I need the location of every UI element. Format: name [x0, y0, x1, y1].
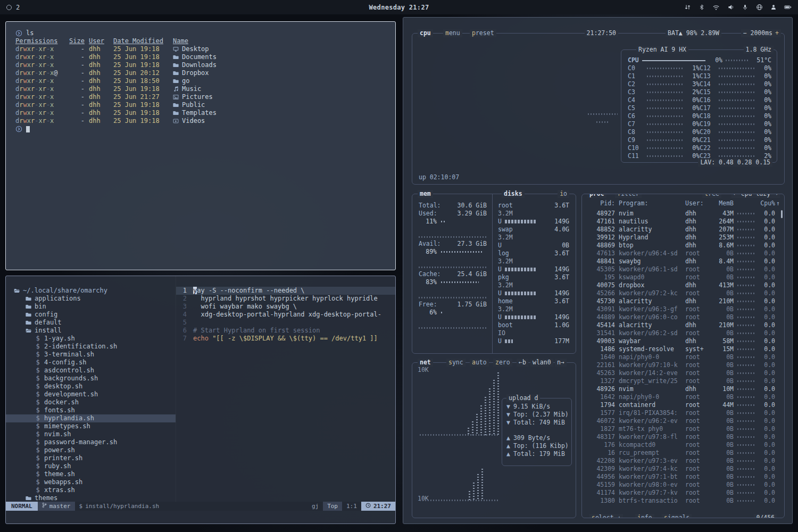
process-row[interactable]: 39912Hyprlanddhh253M0.0: [582, 234, 784, 242]
editor-buffer[interactable]: 1yay -S --noconfirm --needed \2 hyprland…: [176, 276, 395, 502]
process-row[interactable]: 42208kworker/u97:3-evroot0B0.0: [582, 457, 784, 465]
header-program[interactable]: Program:: [619, 200, 681, 207]
tree-dir-default[interactable]: default: [6, 319, 176, 327]
buffer-line[interactable]: 6# Start Hyprland on first session: [176, 327, 395, 335]
process-row[interactable]: 46072kworker/u96:2-evroot0B0.0: [582, 417, 784, 425]
process-row[interactable]: 47161nautilusdhh264M0.0: [582, 218, 784, 226]
header-memb[interactable]: MemB: [712, 200, 734, 207]
process-row[interactable]: 1640napi/phy0-0root0B0.0: [582, 353, 784, 361]
info-button[interactable]: info: [635, 514, 654, 518]
tree-file-mimetypes.sh[interactable]: $mimetypes.sh: [6, 422, 176, 430]
swap-arrows-icon[interactable]: [684, 4, 691, 11]
process-row[interactable]: 42309kworker/u97:4-kcroot0B0.0: [582, 465, 784, 473]
scrollbar-thumb[interactable]: [781, 210, 783, 218]
tree-dir-applications[interactable]: applications: [6, 295, 176, 303]
tree-file-ruby.sh[interactable]: $ruby.sh: [6, 462, 176, 470]
process-row[interactable]: 45730alacrittydhh210M0.0: [582, 297, 784, 305]
tree-dir-config[interactable]: config: [6, 311, 176, 319]
tree-dir-themes[interactable]: themes: [6, 494, 176, 502]
tree-file-2-identification.sh[interactable]: $2-identification.sh: [6, 343, 176, 351]
process-row[interactable]: 1486systemd-resolvesyst+15M0.0: [582, 345, 784, 353]
command-line-area[interactable]: [6, 511, 395, 523]
menu-button[interactable]: menu: [443, 29, 462, 37]
iface-next-button[interactable]: n→: [555, 359, 567, 367]
tree-file-hyprlandia.sh[interactable]: $hyprlandia.sh: [6, 414, 176, 422]
battery-icon[interactable]: [784, 4, 792, 11]
tree-file-xtras.sh[interactable]: $xtras.sh: [6, 486, 176, 494]
workspace-indicator[interactable]: 2: [16, 4, 20, 11]
process-row[interactable]: 22161kworker/u97:10-kroot0B0.0: [582, 361, 784, 369]
header-user[interactable]: User:: [685, 200, 709, 207]
sort-selector[interactable]: ← cpu lazy →: [732, 194, 780, 198]
process-row[interactable]: 48926nvimdhh10M0.0: [582, 385, 784, 393]
tree-file-power.sh[interactable]: $power.sh: [6, 446, 176, 454]
process-row[interactable]: 16rcu_preemptroot0B0.0: [582, 449, 784, 457]
buffer-line[interactable]: 2 hyprland hyprshot hyprpicker hyprlock …: [176, 295, 395, 303]
process-row[interactable]: 40075dropboxdhh413M0.0: [582, 281, 784, 289]
net-sync-button[interactable]: sync: [446, 359, 466, 367]
tree-file-printer.sh[interactable]: $printer.sh: [6, 454, 176, 462]
process-row[interactable]: 1577irq/81-PIXA3854:root0B0.0: [582, 409, 784, 417]
tree-file-desktop.sh[interactable]: $desktop.sh: [6, 383, 176, 390]
buffer-line[interactable]: 4 xdg-desktop-portal-hyprland xdg-deskto…: [176, 311, 395, 319]
tree-file-3-terminal.sh[interactable]: $3-terminal.sh: [6, 351, 176, 359]
tree-file-webapps.sh[interactable]: $webapps.sh: [6, 478, 176, 486]
tree-dir-install[interactable]: install: [6, 327, 176, 335]
process-row[interactable]: 43091kworker/u96:3-gfroot0B0.0: [582, 305, 784, 313]
tree-file-docker.sh[interactable]: $docker.sh: [6, 398, 176, 406]
header-pid[interactable]: Pid:: [588, 200, 615, 207]
net-auto-button[interactable]: auto: [470, 359, 489, 367]
process-row[interactable]: 1827mt76-tx phy0root0B0.0: [582, 425, 784, 433]
person-icon[interactable]: [770, 4, 777, 11]
process-row[interactable]: 48317kworker/u97:8-flroot0B0.0: [582, 433, 784, 441]
buffer-line[interactable]: 1yay -S --noconfirm --needed \: [176, 287, 395, 295]
process-row[interactable]: 44889kworker/u96:0-coroot0B0.0: [582, 313, 784, 321]
tree-file-fonts.sh[interactable]: $fonts.sh: [6, 406, 176, 414]
process-row[interactable]: 176kcompactd0root0B0.0: [582, 441, 784, 449]
process-row[interactable]: 45305kworker/u96:1-sdroot0B0.0: [582, 265, 784, 273]
tree-file-4-config.sh[interactable]: $4-config.sh: [6, 359, 176, 367]
buffer-line[interactable]: 5: [176, 319, 395, 327]
bluetooth-icon[interactable]: [698, 4, 705, 11]
process-row[interactable]: 195kswapd0root0B0.0: [582, 273, 784, 281]
tree-dir-bin[interactable]: bin: [6, 303, 176, 311]
process-row[interactable]: 1642napi/phy0-0root0B0.0: [582, 393, 784, 401]
process-row[interactable]: 48869btopdhh8.6M0.0: [582, 242, 784, 250]
tree-file-password-manager.sh[interactable]: $password-manager.sh: [6, 438, 176, 446]
process-row[interactable]: 1380btrfs-transactioroot0B0.0: [582, 497, 784, 505]
process-row[interactable]: 1327dmcrypt_write/25root0B0.0: [582, 377, 784, 385]
select-button[interactable]: select ↓: [589, 514, 623, 518]
globe-icon[interactable]: [755, 4, 763, 11]
prompt-input-line[interactable]: [15, 125, 386, 133]
tree-toggle-button[interactable]: tree: [702, 194, 721, 198]
tree-file-backgrounds.sh[interactable]: $backgrounds.sh: [6, 375, 176, 383]
buffer-line[interactable]: 7echo "[[ -z \$DISPLAY && \$(tty) == /de…: [176, 335, 395, 343]
volume-icon[interactable]: [727, 4, 734, 11]
tree-file-nvim.sh[interactable]: $nvim.sh: [6, 430, 176, 438]
wifi-icon[interactable]: [712, 4, 720, 11]
tree-root[interactable]: ~/.local/share/omarchy: [6, 287, 176, 295]
process-row[interactable]: 41174kworker/u97:7-kvroot0B0.0: [582, 489, 784, 497]
filter-button[interactable]: filter: [615, 194, 642, 198]
process-row[interactable]: 48841swaybgdhh8.4M0.0: [582, 257, 784, 265]
tree-file-asdcontrol.sh[interactable]: $asdcontrol.sh: [6, 367, 176, 375]
iface-prev-button[interactable]: ←b: [517, 359, 528, 367]
tree-file-development.sh[interactable]: $development.sh: [6, 390, 176, 398]
process-row[interactable]: 45159kworker/u98:0-evroot0B0.0: [582, 481, 784, 489]
preset-button[interactable]: preset: [470, 29, 496, 37]
mic-icon[interactable]: [741, 4, 749, 11]
interval-plus-button[interactable]: +: [773, 29, 781, 37]
process-row[interactable]: 45266kworker/u97:2-kcroot0B0.0: [582, 289, 784, 297]
signals-button[interactable]: signals: [662, 514, 692, 518]
process-row[interactable]: 47613kworker/u96:4-sdroot0B0.0: [582, 250, 784, 257]
process-row[interactable]: 44956kworker/u97:1-btroot0B0.0: [582, 473, 784, 481]
process-row[interactable]: 31541kworker/u96:2-sdroot0B0.0: [582, 329, 784, 337]
process-row[interactable]: 45263kworker/14:2-everoot0B0.0: [582, 369, 784, 377]
process-row[interactable]: 49003waybardhh58M0.0: [582, 337, 784, 345]
process-row[interactable]: 45414alacrittydhh210M0.0: [582, 321, 784, 329]
header-cpu[interactable]: Cpu%: [759, 200, 775, 207]
process-row[interactable]: 1794containerdroot44M0.0: [582, 401, 784, 409]
process-row[interactable]: 48852alacrittydhh207M0.0: [582, 226, 784, 234]
tree-file-theme.sh[interactable]: $theme.sh: [6, 470, 176, 478]
buffer-line[interactable]: 3 wofi waybar mako swaybg \: [176, 303, 395, 311]
